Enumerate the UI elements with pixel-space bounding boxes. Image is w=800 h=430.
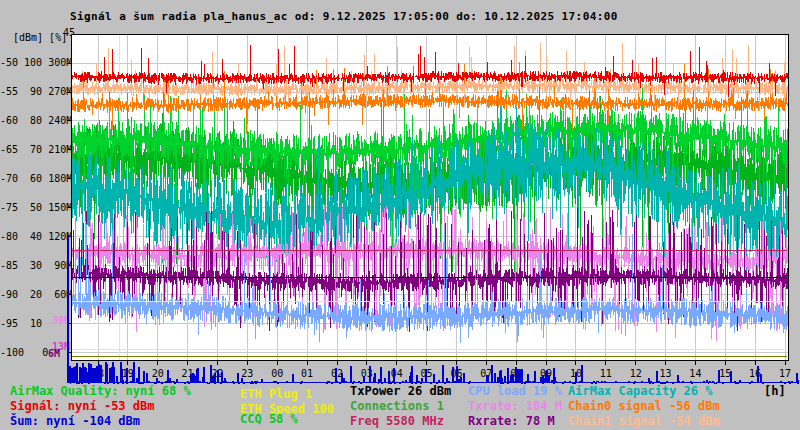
- y-axis-tick-row: -55 90 270M: [0, 86, 72, 97]
- hour-tick-label: 11: [595, 368, 617, 379]
- hour-tick-label: 01: [296, 368, 318, 379]
- legend-chain1-signal: Chain1 signal -54 dBm: [568, 414, 720, 428]
- rate-tick-label: 6M: [48, 348, 60, 359]
- series-chain1-signal: [72, 43, 787, 110]
- plot-border: [71, 34, 788, 360]
- series-signal: [72, 45, 787, 97]
- hour-tick-label: 10: [565, 368, 587, 379]
- hour-tick-label: 02: [326, 368, 348, 379]
- hour-tick-label: 17: [774, 368, 796, 379]
- legend-txrate: Txrate: 104 M: [468, 399, 562, 413]
- hour-tick-label: 04: [386, 368, 408, 379]
- hour-tick-label: 16: [744, 368, 766, 379]
- legend-cpu-load: CPU load 19 %: [468, 384, 562, 398]
- legend-noise: Šum: nyní -104 dBm: [10, 414, 140, 428]
- legend-signal: Signál: nyní -53 dBm: [10, 399, 155, 413]
- series-ccq: [72, 96, 787, 276]
- hour-tick-label: 21: [177, 368, 199, 379]
- legend-hours-unit: [h]: [764, 384, 786, 398]
- y-axis-tick-row: -50 100 300M: [0, 57, 72, 68]
- hour-tick-label: 13: [655, 368, 677, 379]
- hour-tick-label: 19: [117, 368, 139, 379]
- legend-eth-plug: ETH Plug 1: [240, 387, 312, 401]
- legend-airmax-capacity: AirMax Capacity 26 %: [568, 384, 713, 398]
- signal-noise-chart: [0, 0, 800, 430]
- hour-tick-label: 09: [535, 368, 557, 379]
- legend-txpower: TxPower 26 dBm: [350, 384, 451, 398]
- y-axis-tick-row: -60 80 240M: [0, 115, 72, 126]
- legend-connections: Connections 1: [350, 399, 444, 413]
- series-noise: [68, 235, 799, 384]
- hour-tick-label: 08: [505, 368, 527, 379]
- legend-freq: Freq 5580 MHz: [350, 414, 444, 428]
- hour-tick-label: 14: [684, 368, 706, 379]
- plot-area: [71, 34, 788, 360]
- hour-tick-label: 00: [266, 368, 288, 379]
- hour-tick-label: 12: [625, 368, 647, 379]
- legend-airmax-quality: AirMax Quality: nyní 68 %: [10, 384, 191, 398]
- series-rxrate: [72, 208, 787, 332]
- page-title: Signál a šum radia pla_hanus_ac od: 9.12…: [70, 10, 618, 23]
- series-cpu-load: [72, 218, 787, 344]
- y-axis-tick-row: -75 50 150M: [0, 202, 72, 213]
- legend-chain0-signal: Chain0 signal -56 dBm: [568, 399, 720, 413]
- y-axis-tick-row: -90 20 60M: [0, 289, 72, 300]
- hour-tick-label: 06: [445, 368, 467, 379]
- hour-tick-label: 20: [147, 368, 169, 379]
- legend-rxrate: Rxrate: 78 M: [468, 414, 555, 428]
- y-axis-tick-row: -80 40 120M: [0, 231, 72, 242]
- mrtg-signal-noise-graph: Signál a šum radia pla_hanus_ac od: 9.12…: [0, 0, 800, 430]
- rate-tick-label: 39M: [52, 315, 70, 326]
- series-txrate: [72, 201, 787, 341]
- hour-tick-label: 23: [236, 368, 258, 379]
- hour-tick-label: 05: [416, 368, 438, 379]
- axis-ticks: [67, 63, 785, 365]
- legend-ccq: CCQ 58 %: [240, 412, 298, 426]
- grid-lines: [71, 34, 788, 360]
- series-airmax-quality: [72, 78, 787, 250]
- hour-tick-label: 18: [87, 368, 109, 379]
- hour-tick-label: 15: [714, 368, 736, 379]
- hour-tick-label: 22: [206, 368, 228, 379]
- y-axis-tick-row: -85 30 90M: [0, 260, 72, 271]
- y-axis-tick-row: -70 60 180M: [0, 173, 72, 184]
- hour-tick-label: 07: [475, 368, 497, 379]
- hour-tick-label: 03: [356, 368, 378, 379]
- y-axis-unit-label: [dBm] [%]: [13, 32, 67, 43]
- series-chain0-signal: [72, 62, 787, 137]
- y-axis-tick-row: -65 70 210M: [0, 144, 72, 155]
- series-airmax-capacity: [72, 94, 787, 309]
